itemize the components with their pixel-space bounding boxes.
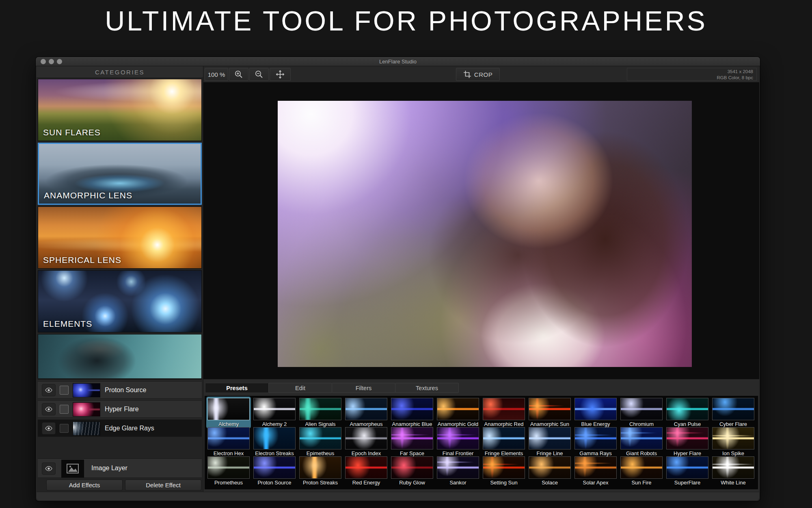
preset-prometheus[interactable]: Prometheus — [207, 456, 250, 486]
image-color-mode: RGB Color, 8 bpc — [627, 75, 753, 81]
preset-grid: AlchemyAlchemy 2Alien SignalsAnamorpheus… — [205, 396, 758, 489]
preset-name: Anamorphic Red — [483, 421, 525, 427]
canvas-photo[interactable] — [278, 101, 692, 367]
preset-thumbnail — [345, 427, 387, 449]
layer-row-proton-source[interactable]: Proton Source — [38, 381, 202, 399]
preset-final-frontier[interactable]: Final Frontier — [437, 427, 479, 456]
preset-name: Epoch Index — [345, 450, 387, 456]
preset-thumbnail — [529, 456, 571, 479]
crop-label: CROP — [474, 71, 492, 78]
preset-fringe-line[interactable]: Fringe Line — [529, 427, 571, 456]
preset-cyber-flare[interactable]: Cyber Flare — [712, 398, 754, 427]
image-info: 3541 x 2048 RGB Color, 8 bpc — [627, 68, 757, 81]
layer-visibility-toggle[interactable] — [42, 422, 56, 434]
zoom-level-button[interactable]: 100 % — [205, 68, 228, 81]
layer-visibility-toggle[interactable] — [42, 384, 56, 396]
preset-fringe-elements[interactable]: Fringe Elements — [483, 427, 525, 456]
preset-thumbnail — [712, 456, 754, 479]
preset-epimetheus[interactable]: Epimetheus — [299, 427, 341, 456]
image-layer-row[interactable]: Image Layer — [38, 458, 202, 478]
preset-anamorphic-gold[interactable]: Anamorphic Gold — [437, 398, 479, 427]
preset-thumbnail — [207, 427, 250, 449]
layer-checkbox[interactable] — [60, 424, 69, 433]
preset-name: Alchemy — [207, 421, 250, 427]
preset-electron-hex[interactable]: Electron Hex — [207, 427, 250, 456]
canvas[interactable] — [203, 82, 759, 379]
preset-chromium[interactable]: Chromium — [620, 398, 663, 427]
delete-effect-button[interactable]: Delete Effect — [125, 480, 201, 491]
preset-solace[interactable]: Solace — [529, 456, 571, 486]
preset-white-line[interactable]: White Line — [712, 456, 754, 486]
zoom-in-button[interactable] — [229, 68, 248, 81]
move-tool-button[interactable] — [270, 68, 291, 81]
image-layer-visibility-toggle[interactable] — [42, 462, 56, 475]
toolbar: 100 % — [203, 66, 759, 82]
layer-visibility-toggle[interactable] — [42, 403, 56, 415]
preset-thumbnail — [574, 398, 617, 420]
preset-ruby-glow[interactable]: Ruby Glow — [391, 456, 433, 486]
add-effects-button[interactable]: Add Effects — [46, 480, 123, 491]
preset-alien-signals[interactable]: Alien Signals — [299, 398, 341, 427]
preset-gamma-rays[interactable]: Gamma Rays — [574, 427, 617, 456]
zoom-out-button[interactable] — [249, 68, 269, 81]
preset-setting-sun[interactable]: Setting Sun — [483, 456, 525, 486]
preset-ion-spike[interactable]: Ion Spike — [712, 427, 754, 456]
crop-icon — [463, 70, 471, 78]
preset-thumbnail — [207, 398, 250, 420]
preset-thumbnail — [712, 427, 754, 449]
categories-sidebar: CATEGORIES SUN FLARESANAMORPHIC LENSSPHE… — [37, 66, 203, 492]
preset-far-space[interactable]: Far Space — [391, 427, 433, 456]
preset-alchemy[interactable]: Alchemy — [207, 398, 250, 427]
category-model[interactable] — [38, 334, 202, 379]
category-anamorphic-lens[interactable]: ANAMORPHIC LENS — [38, 143, 202, 205]
preset-name: Fringe Line — [529, 450, 571, 456]
preset-hyper-flare[interactable]: Hyper Flare — [666, 427, 708, 456]
layer-label: Proton Source — [105, 382, 146, 398]
layer-checkbox[interactable] — [60, 386, 69, 395]
layer-checkbox[interactable] — [60, 405, 69, 414]
eye-icon — [45, 387, 53, 393]
image-layer-thumbnail[interactable] — [61, 460, 84, 478]
tab-presets[interactable]: Presets — [205, 383, 269, 393]
eye-icon — [45, 406, 53, 412]
tab-filters[interactable]: Filters — [332, 383, 395, 393]
preset-cyan-pulse[interactable]: Cyan Pulse — [666, 398, 708, 427]
preset-thumbnail — [299, 427, 341, 449]
preset-sankor[interactable]: Sankor — [437, 456, 479, 486]
tab-textures[interactable]: Textures — [395, 383, 459, 393]
preset-name: Anamorphic Sun — [529, 421, 571, 427]
preset-blue-energy[interactable]: Blue Energy — [574, 398, 617, 427]
preset-name: Cyber Flare — [712, 421, 754, 427]
preset-alchemy-2[interactable]: Alchemy 2 — [253, 398, 296, 427]
preset-name: Solar Apex — [574, 480, 617, 486]
preset-anamorphic-sun[interactable]: Anamorphic Sun — [529, 398, 571, 427]
layer-row-hyper-flare[interactable]: Hyper Flare — [38, 400, 202, 418]
preset-electron-streaks[interactable]: Electron Streaks — [253, 427, 296, 456]
preset-proton-source[interactable]: Proton Source — [253, 456, 296, 486]
preset-thumbnail — [574, 427, 617, 449]
preset-name: Solace — [529, 480, 571, 486]
preset-sun-fire[interactable]: Sun Fire — [620, 456, 663, 486]
preset-name: Giant Robots — [620, 450, 663, 456]
panel-tabs: PresetsEditFiltersTextures — [205, 383, 458, 393]
preset-thumbnail — [620, 427, 663, 449]
preset-superflare[interactable]: SuperFlare — [666, 456, 708, 486]
preset-giant-robots[interactable]: Giant Robots — [620, 427, 663, 456]
preset-anamorphic-red[interactable]: Anamorphic Red — [483, 398, 525, 427]
layer-thumbnail — [73, 421, 100, 436]
preset-epoch-index[interactable]: Epoch Index — [345, 427, 387, 456]
preset-name: White Line — [712, 480, 754, 486]
preset-anamorphic-blue[interactable]: Anamorphic Blue — [391, 398, 433, 427]
category-spherical-lens[interactable]: SPHERICAL LENS — [38, 206, 202, 269]
tab-edit[interactable]: Edit — [268, 383, 332, 393]
preset-anamorpheus[interactable]: Anamorpheus — [345, 398, 387, 427]
preset-proton-streaks[interactable]: Proton Streaks — [299, 456, 341, 486]
category-elements[interactable]: ELEMENTS — [38, 270, 202, 332]
category-sun-flares[interactable]: SUN FLARES — [38, 79, 202, 141]
layer-row-edge-glare-rays[interactable]: Edge Glare Rays — [38, 419, 202, 437]
preset-solar-apex[interactable]: Solar Apex — [574, 456, 617, 486]
preset-red-energy[interactable]: Red Energy — [345, 456, 387, 486]
crop-button[interactable]: CROP — [456, 68, 500, 81]
preset-name: Anamorphic Gold — [437, 421, 479, 427]
preset-name: Chromium — [620, 421, 663, 427]
